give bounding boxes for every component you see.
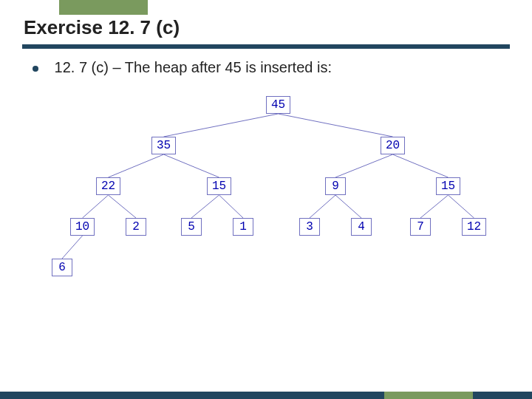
heap-node-l2-3: 15: [436, 177, 460, 195]
heap-node-l3-6: 7: [410, 218, 431, 236]
heap-node-l3-3: 1: [233, 218, 253, 236]
heap-node-l2-0: 22: [96, 177, 120, 195]
heap-node-l1-0: 35: [151, 137, 176, 154]
heap-node-l3-2: 5: [181, 218, 202, 236]
svg-line-11: [335, 195, 361, 218]
heap-tree-diagram: 453520221591510251347126: [44, 89, 488, 325]
svg-line-8: [191, 195, 219, 218]
heap-node-l3-1: 2: [126, 218, 146, 236]
heap-node-root: 45: [266, 96, 290, 114]
title-rule: [22, 44, 510, 49]
heap-node-l1-1: 20: [381, 137, 405, 154]
heap-node-l3-0: 10: [70, 218, 95, 236]
svg-line-6: [83, 195, 109, 218]
svg-line-0: [164, 114, 279, 137]
slide-title: Exercise 12. 7 (c): [24, 16, 180, 39]
svg-line-1: [279, 114, 393, 137]
svg-line-14: [62, 236, 83, 259]
heap-node-l2-2: 9: [325, 177, 346, 195]
footer-accent: [384, 392, 473, 399]
heap-node-l4-0: 6: [52, 259, 72, 276]
bullet-text: 12. 7 (c) – The heap after 45 is inserte…: [55, 59, 332, 75]
bullet-row: 12. 7 (c) – The heap after 45 is inserte…: [33, 59, 332, 76]
heap-node-l3-7: 12: [462, 218, 486, 236]
svg-line-9: [219, 195, 244, 218]
svg-line-7: [109, 195, 137, 218]
svg-line-12: [420, 195, 449, 218]
svg-line-2: [109, 154, 164, 177]
svg-line-13: [449, 195, 474, 218]
accent-block: [59, 0, 148, 15]
svg-line-4: [335, 154, 393, 177]
tree-edges: [44, 89, 488, 325]
svg-line-5: [393, 154, 449, 177]
bullet-dot-icon: [33, 66, 38, 72]
heap-node-l3-5: 4: [351, 218, 372, 236]
heap-node-l3-4: 3: [299, 218, 320, 236]
svg-line-3: [164, 154, 219, 177]
heap-node-l2-1: 15: [207, 177, 231, 195]
svg-line-10: [310, 195, 335, 218]
